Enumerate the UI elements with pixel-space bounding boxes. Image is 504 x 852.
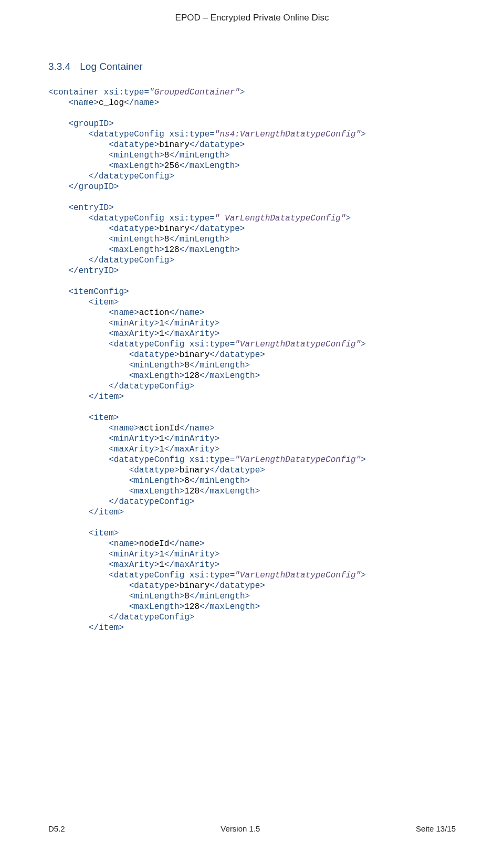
section-number: 3.3.4 — [48, 61, 70, 72]
page: EPOD – Encrypted Private Online Disc 3.3… — [0, 0, 504, 852]
code-block: <container xsi:type="GroupedContainer"> … — [48, 87, 456, 633]
footer-center: Version 1.5 — [220, 824, 260, 833]
footer-left: D5.2 — [48, 824, 65, 833]
footer-right: Seite 13/15 — [416, 824, 456, 833]
page-footer: D5.2 Version 1.5 Seite 13/15 — [48, 824, 456, 833]
section-title: Log Container — [80, 61, 142, 72]
section-heading: 3.3.4Log Container — [48, 61, 456, 72]
page-header: EPOD – Encrypted Private Online Disc — [48, 13, 456, 23]
